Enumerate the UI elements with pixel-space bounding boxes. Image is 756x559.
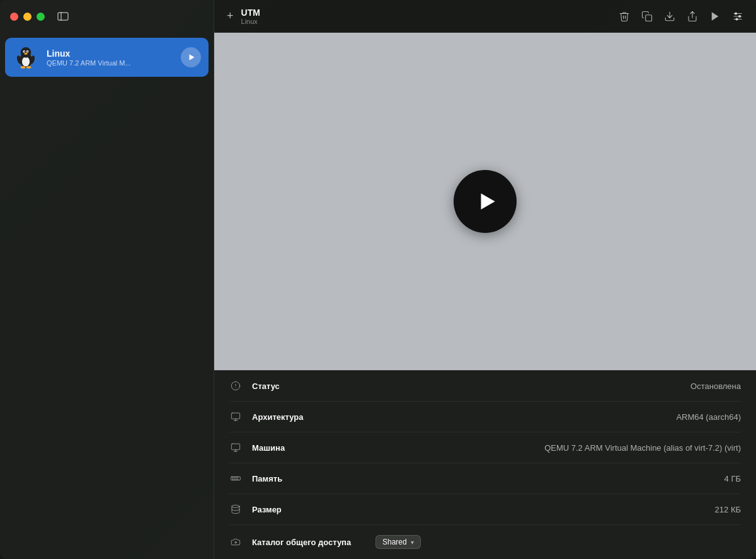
svg-point-25 (735, 13, 737, 14)
close-button[interactable] (10, 13, 18, 21)
vm-title-sub: Linux (241, 18, 611, 25)
machine-label: Машина (252, 443, 365, 453)
shared-value: Shared ▾ (375, 535, 741, 549)
memory-value: 4 ГБ (375, 474, 741, 483)
svg-point-4 (22, 57, 30, 66)
arch-label: Архитектура (252, 412, 365, 422)
shared-dropdown-button[interactable]: Shared ▾ (375, 535, 421, 549)
svg-marker-28 (481, 193, 495, 209)
vm-subtitle: QEMU 7.2 ARM Virtual M... (47, 59, 160, 67)
share-button[interactable] (687, 11, 698, 22)
memory-icon (229, 473, 242, 483)
size-label: Размер (252, 505, 365, 514)
main-content: + UTM Linux (214, 0, 756, 559)
svg-point-11 (28, 52, 28, 52)
svg-point-14 (26, 66, 32, 69)
shared-btn-label: Shared (382, 538, 407, 546)
copy-button[interactable] (641, 11, 653, 22)
vm-play-button[interactable] (181, 47, 201, 67)
chevron-down-icon: ▾ (411, 539, 414, 546)
info-panel: Статус Остановлена Архитектура ARM64 (aa… (214, 370, 756, 559)
svg-point-27 (736, 18, 738, 20)
machine-value: QEMU 7.2 ARM Virtual Machine (alias of v… (375, 443, 741, 453)
minimize-button[interactable] (23, 13, 32, 21)
svg-marker-17 (190, 54, 195, 60)
sidebar-toggle-button[interactable] (57, 12, 69, 21)
size-icon (229, 504, 242, 514)
title-block: UTM Linux (241, 8, 611, 25)
svg-point-10 (25, 52, 25, 52)
play-button[interactable] (709, 11, 721, 22)
svg-point-5 (21, 47, 32, 58)
svg-point-43 (232, 505, 239, 507)
svg-marker-21 (712, 12, 719, 21)
svg-rect-35 (231, 444, 239, 449)
info-row-machine: Машина QEMU 7.2 ARM Virtual Machine (ali… (229, 432, 741, 463)
vm-title: UTM (241, 8, 611, 18)
info-row-shared: Каталог общего доступа Shared ▾ (229, 525, 741, 559)
svg-point-44 (235, 541, 237, 543)
titlebar-sidebar (0, 0, 214, 33)
arch-icon (229, 412, 242, 422)
status-icon (229, 381, 242, 391)
vm-preview[interactable] (214, 33, 756, 370)
shared-badge: Shared ▾ (375, 535, 741, 549)
vm-os-icon (13, 44, 39, 71)
settings-button[interactable] (732, 11, 743, 22)
vm-list: Linux QEMU 7.2 ARM Virtual M... (0, 33, 214, 559)
size-value: 212 КБ (375, 505, 741, 514)
delete-button[interactable] (619, 11, 630, 22)
svg-rect-32 (231, 413, 239, 419)
titlebar-main: + UTM Linux (214, 0, 756, 33)
add-icon: + (227, 9, 234, 23)
download-button[interactable] (664, 11, 675, 22)
shared-icon (229, 537, 242, 547)
svg-point-13 (21, 66, 26, 69)
svg-rect-0 (58, 13, 68, 20)
svg-point-26 (739, 15, 741, 17)
svg-point-12 (24, 53, 27, 55)
info-row-size: Размер 212 КБ (229, 494, 741, 525)
info-row-status: Статус Остановлена (229, 371, 741, 402)
vm-name: Linux (47, 48, 173, 59)
arch-value: ARM64 (aarch64) (375, 412, 741, 422)
status-label: Статус (252, 381, 365, 391)
toolbar-actions (619, 11, 743, 22)
vm-item-linux[interactable]: Linux QEMU 7.2 ARM Virtual M... (5, 38, 209, 77)
status-value: Остановлена (375, 381, 741, 391)
vm-info: Linux QEMU 7.2 ARM Virtual M... (47, 48, 173, 67)
big-play-button[interactable] (454, 170, 517, 233)
memory-label: Память (252, 474, 365, 483)
sidebar: Linux QEMU 7.2 ARM Virtual M... (0, 0, 214, 559)
info-row-memory: Память 4 ГБ (229, 463, 741, 494)
svg-rect-18 (646, 14, 652, 21)
machine-icon (229, 443, 242, 453)
traffic-lights (10, 13, 45, 21)
info-row-arch: Архитектура ARM64 (aarch64) (229, 402, 741, 432)
shared-label: Каталог общего доступа (252, 538, 365, 547)
maximize-button[interactable] (37, 13, 45, 21)
add-vm-button[interactable]: + (227, 9, 234, 23)
